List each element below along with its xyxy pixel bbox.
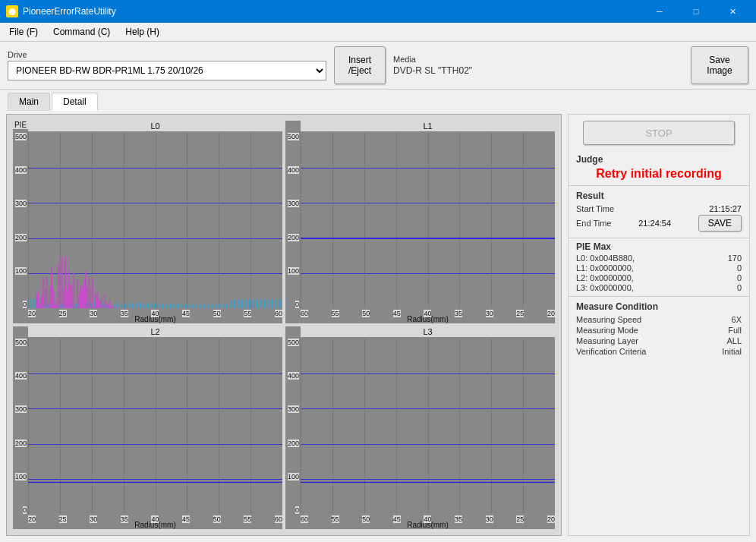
chart-inner-l0 bbox=[28, 133, 282, 308]
judge-label: Judge bbox=[576, 154, 742, 165]
stop-button[interactable]: STOP bbox=[583, 121, 735, 145]
measure-mode-key: Measuring Mode bbox=[576, 326, 638, 335]
pie-max-l1-key: L1: 0x0000000, bbox=[576, 263, 634, 273]
start-time-val: 21:15:27 bbox=[709, 204, 742, 213]
maximize-button[interactable]: □ bbox=[679, 0, 713, 23]
radius-label-l0: Radius(mm) bbox=[28, 315, 282, 323]
minimize-button[interactable]: ─ bbox=[642, 0, 677, 23]
title-bar: ⬤ PioneerErrorRateUtility ─ □ ✕ bbox=[0, 0, 756, 23]
chart-title-l3: L3 bbox=[301, 326, 555, 337]
pie-max-l0-val: 170 bbox=[728, 254, 742, 263]
y-axis-l1: 500 400 300 200 100 0 bbox=[285, 133, 301, 308]
measure-criteria-key: Verification Criteria bbox=[576, 347, 646, 356]
y-axis-l3: 500 400 300 200 100 0 bbox=[285, 339, 301, 514]
chart-l1: L1 500 400 300 200 100 0 bbox=[285, 121, 555, 323]
right-panel: STOP Judge Retry initial recording Resul… bbox=[568, 114, 750, 536]
main-content: PIE L0 500 400 300 200 100 0 bbox=[0, 111, 756, 539]
media-section: Media DVD-R SL "TTH02" bbox=[393, 55, 683, 76]
measure-speed-key: Measuring Speed bbox=[576, 315, 641, 324]
drive-select[interactable]: PIONEER BD-RW BDR-PR1ML 1.75 20/10/26 bbox=[8, 61, 326, 80]
measure-layer-key: Measuring Layer bbox=[576, 336, 638, 345]
measure-row-speed: Measuring Speed 6X bbox=[576, 315, 742, 324]
pie-max-row-l3: L3: 0x0000000, 0 bbox=[576, 283, 742, 292]
insert-eject-button[interactable]: Insert/Eject bbox=[334, 46, 386, 84]
result-section: Result Start Time 21:15:27 End Time 21:2… bbox=[569, 186, 749, 238]
pie-label-l0: PIE bbox=[13, 121, 28, 129]
y-axis-l2: 500 400 300 200 100 0 bbox=[13, 339, 28, 514]
chart-title-l1: L1 bbox=[301, 121, 555, 131]
file-menu[interactable]: File (F) bbox=[3, 24, 44, 39]
drive-label: Drive bbox=[8, 50, 326, 59]
window-controls: ─ □ ✕ bbox=[642, 0, 750, 23]
help-menu[interactable]: Help (H) bbox=[119, 24, 165, 39]
measure-layer-val: ALL bbox=[726, 336, 742, 345]
result-row-end: End Time 21:24:54 SAVE bbox=[576, 215, 742, 232]
menu-bar: File (F) Command (C) Help (H) bbox=[0, 23, 756, 42]
measure-row-mode: Measuring Mode Full bbox=[576, 326, 742, 335]
close-button[interactable]: ✕ bbox=[715, 0, 750, 23]
chart-inner-l2 bbox=[28, 339, 282, 514]
media-label: Media bbox=[393, 55, 683, 64]
measure-row-layer: Measuring Layer ALL bbox=[576, 336, 742, 345]
pie-max-row-l2: L2: 0x0000000, 0 bbox=[576, 273, 742, 282]
title-bar-left: ⬤ PioneerErrorRateUtility bbox=[6, 5, 116, 17]
chart-l0: PIE L0 500 400 300 200 100 0 bbox=[13, 121, 282, 323]
chart-title-l0: L0 bbox=[28, 121, 282, 131]
radius-label-l1: Radius(mm) bbox=[301, 315, 555, 323]
media-value: DVD-R SL "TTH02" bbox=[393, 65, 683, 76]
radius-label-l2: Radius(mm) bbox=[28, 521, 282, 529]
measure-mode-val: Full bbox=[728, 326, 742, 335]
toolbar: Drive PIONEER BD-RW BDR-PR1ML 1.75 20/10… bbox=[0, 42, 756, 90]
end-time-val: 21:24:54 bbox=[638, 219, 671, 228]
tabs: Main Detail bbox=[0, 90, 756, 111]
measure-row-criteria: Verification Criteria Initial bbox=[576, 347, 742, 356]
chart-l2: L2 500 400 300 200 100 0 bbox=[13, 326, 282, 529]
measure-speed-val: 6X bbox=[732, 315, 742, 324]
measure-criteria-val: Initial bbox=[722, 347, 742, 356]
judge-value: Retry initial recording bbox=[576, 166, 742, 182]
measure-label: Measure Condition bbox=[576, 301, 742, 312]
pie-max-l2-val: 0 bbox=[737, 273, 742, 282]
result-label: Result bbox=[576, 191, 742, 201]
pie-max-label: PIE Max bbox=[576, 241, 742, 252]
chart-l3: L3 500 400 300 200 100 0 bbox=[285, 326, 555, 529]
pie-max-l1-val: 0 bbox=[737, 263, 742, 273]
pie-max-l0-key: L0: 0x004B880, bbox=[576, 254, 635, 263]
result-row-start: Start Time 21:15:27 bbox=[576, 204, 742, 213]
save-image-button[interactable]: SaveImage bbox=[691, 46, 748, 84]
drive-section: Drive PIONEER BD-RW BDR-PR1ML 1.75 20/10… bbox=[8, 50, 326, 80]
save-button[interactable]: SAVE bbox=[698, 215, 742, 232]
pie-max-section: PIE Max L0: 0x004B880, 170 L1: 0x0000000… bbox=[569, 238, 749, 297]
chart-area: PIE L0 500 400 300 200 100 0 bbox=[6, 114, 562, 536]
pie-max-l3-val: 0 bbox=[737, 283, 742, 292]
tab-detail[interactable]: Detail bbox=[52, 93, 98, 111]
chart-inner-l1 bbox=[301, 133, 555, 308]
app-title: PioneerErrorRateUtility bbox=[23, 6, 116, 17]
app-icon: ⬤ bbox=[6, 5, 18, 17]
pie-max-l3-key: L3: 0x0000000, bbox=[576, 283, 634, 292]
pie-max-row-l0: L0: 0x004B880, 170 bbox=[576, 254, 742, 263]
y-axis-l0: 500 400 300 200 100 0 bbox=[13, 133, 28, 308]
measure-section: Measure Condition Measuring Speed 6X Mea… bbox=[569, 297, 749, 362]
chart-inner-l3 bbox=[301, 339, 555, 514]
chart-title-l2: L2 bbox=[28, 326, 282, 337]
command-menu[interactable]: Command (C) bbox=[47, 24, 116, 39]
tab-main[interactable]: Main bbox=[8, 93, 50, 111]
start-time-key: Start Time bbox=[576, 204, 614, 213]
end-time-key: End Time bbox=[576, 219, 611, 228]
radius-label-l3: Radius(mm) bbox=[301, 521, 555, 529]
judge-section: Judge Retry initial recording bbox=[569, 148, 749, 186]
pie-max-l2-key: L2: 0x0000000, bbox=[576, 273, 634, 282]
pie-max-row-l1: L1: 0x0000000, 0 bbox=[576, 263, 742, 273]
